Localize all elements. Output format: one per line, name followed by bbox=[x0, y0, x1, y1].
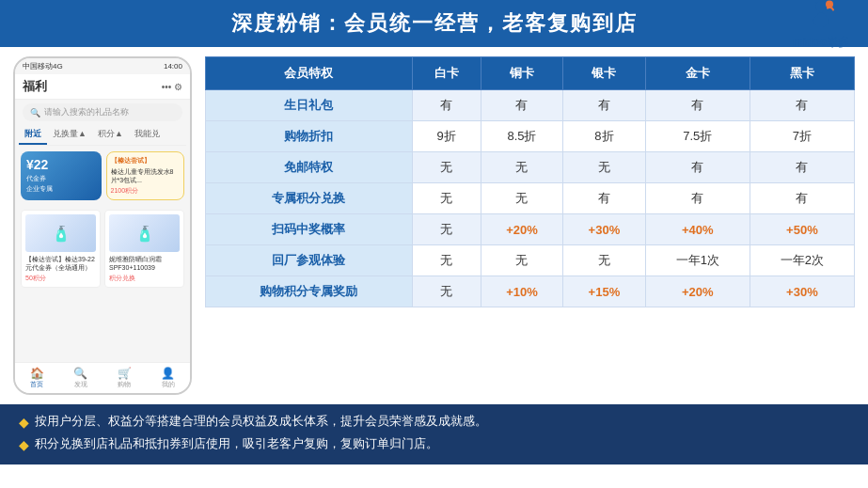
cell-feature: 生日礼包 bbox=[206, 90, 413, 121]
card2-badge: 【榛达尝试】 bbox=[111, 156, 181, 165]
table-row: 回厂参观体验无无无一年1次一年2次 bbox=[206, 245, 855, 276]
cell-feature: 免邮特权 bbox=[206, 152, 413, 183]
bullet-icon-1: ◆ bbox=[19, 412, 29, 434]
carrier-signal: 中国移动4G bbox=[23, 61, 63, 71]
table-row: 生日礼包有有有有有 bbox=[206, 90, 855, 121]
title-bar: 深度粉销：会员统一经营，老客复购到店 midoo米多 bbox=[0, 0, 868, 47]
cell-yin: +15% bbox=[563, 276, 645, 307]
nav-label-discover: 发现 bbox=[74, 380, 87, 389]
search-icon: 🔍 bbox=[30, 108, 40, 118]
page-title: 深度粉销：会员统一经营，老客复购到店 bbox=[231, 11, 638, 35]
search-placeholder: 请输入搜索的礼品名称 bbox=[44, 106, 129, 118]
phone-coupon-card: ¥22 代金券 企业专属 bbox=[21, 151, 102, 200]
cell-jin: +20% bbox=[645, 276, 750, 307]
table-header-row: 会员特权 白卡 铜卡 银卡 金卡 黑卡 bbox=[206, 57, 855, 90]
col-header-tong: 铜卡 bbox=[481, 57, 562, 90]
cell-feature: 购物折扣 bbox=[206, 121, 413, 152]
cell-yin: 无 bbox=[563, 245, 645, 276]
cell-tong: 无 bbox=[481, 152, 562, 183]
cell-hei: 一年2次 bbox=[750, 245, 854, 276]
phone-products-grid: 🧴 【榛达尝试】榛达39-22元代金券（全场通用） 50积分 🧴 妮维雅防晒白润… bbox=[15, 206, 190, 291]
cell-jin: 有 bbox=[645, 152, 750, 183]
col-header-bai: 白卡 bbox=[412, 57, 481, 90]
col-header-hei: 黑卡 bbox=[750, 57, 854, 90]
cell-hei: 有 bbox=[750, 183, 854, 214]
cell-bai: 无 bbox=[412, 245, 481, 276]
svg-point-0 bbox=[815, 1, 827, 12]
cell-tong: 无 bbox=[481, 245, 562, 276]
cell-feature: 回厂参观体验 bbox=[206, 245, 413, 276]
cell-yin: +30% bbox=[563, 214, 645, 245]
cell-tong: +20% bbox=[481, 214, 562, 245]
phone-tab-exchange[interactable]: 兑换量▲ bbox=[47, 125, 92, 145]
phone-nav-shop[interactable]: 🛒 购物 bbox=[118, 367, 132, 389]
phone-header: 福利 ••• ⚙ bbox=[15, 74, 190, 100]
home-icon: 🏠 bbox=[30, 367, 44, 380]
cell-tong: 无 bbox=[481, 183, 562, 214]
phone-tab-available[interactable]: 我能兑 bbox=[129, 125, 166, 145]
cell-bai: 无 bbox=[412, 183, 481, 214]
cell-bai: 有 bbox=[412, 90, 481, 121]
cell-hei: +30% bbox=[750, 276, 854, 307]
nav-label-mine: 我的 bbox=[162, 380, 175, 389]
footer-item-1: ◆ 按用户分层、权益分等搭建合理的会员权益及成长体系，提升会员荣誉感及成就感。 bbox=[19, 412, 849, 434]
cell-yin: 无 bbox=[563, 152, 645, 183]
phone-tab-points[interactable]: 积分▲ bbox=[92, 125, 129, 145]
main-content: 中国移动4G 14:00 福利 ••• ⚙ 🔍 请输入搜索的礼品名称 附近 兑换… bbox=[0, 47, 868, 404]
phone-tabs: 附近 兑换量▲ 积分▲ 我能兑 bbox=[19, 125, 186, 146]
cell-feature: 扫码中奖概率 bbox=[206, 214, 413, 245]
logo-text: midoo米多 bbox=[793, 35, 849, 51]
cell-jin: 有 bbox=[645, 90, 750, 121]
card2-title: 榛达儿童专用洗发水8片*3包试... bbox=[111, 167, 181, 184]
phone-nav-mine[interactable]: 👤 我的 bbox=[161, 367, 175, 389]
phone-search-bar[interactable]: 🔍 请输入搜索的礼品名称 bbox=[23, 103, 182, 121]
coupon-amount: ¥22 bbox=[26, 157, 96, 172]
cell-hei: 有 bbox=[750, 152, 854, 183]
phone-status-bar: 中国移动4G 14:00 bbox=[15, 58, 190, 74]
table-row: 专属积分兑换无无有有有 bbox=[206, 183, 855, 214]
cell-bai: 无 bbox=[412, 214, 481, 245]
cell-bai: 9折 bbox=[412, 121, 481, 152]
shop-icon: 🛒 bbox=[118, 367, 132, 380]
nav-label-home: 首页 bbox=[30, 380, 43, 389]
table-row: 扫码中奖概率无+20%+30%+40%+50% bbox=[206, 214, 855, 245]
cell-jin: 7.5折 bbox=[645, 121, 750, 152]
product-item-1[interactable]: 🧴 【榛达尝试】榛达39-22元代金券（全场通用） 50积分 bbox=[21, 210, 101, 288]
card2-points: 2100积分 bbox=[111, 186, 181, 196]
coupon-subtitle: 代金券 bbox=[26, 174, 96, 183]
phone-nav-home[interactable]: 🏠 首页 bbox=[30, 367, 44, 389]
phone-header-title: 福利 bbox=[23, 78, 47, 95]
footer-text-2: 积分兑换到店礼品和抵扣券到店使用，吸引老客户复购，复购订单归门店。 bbox=[35, 434, 438, 454]
product-points-1: 50积分 bbox=[25, 274, 96, 283]
membership-table-area: 会员特权 白卡 铜卡 银卡 金卡 黑卡 生日礼包有有有有有购物折扣9折8.5折8… bbox=[205, 56, 855, 404]
footer-item-2: ◆ 积分兑换到店礼品和抵扣券到店使用，吸引老客户复购，复购订单归门店。 bbox=[19, 434, 849, 457]
product-title-2: 妮维雅防晒白润霜 SPF30+110039 bbox=[109, 255, 180, 272]
logo-area: midoo米多 bbox=[793, 0, 849, 51]
mine-icon: 👤 bbox=[161, 367, 175, 380]
discover-icon: 🔍 bbox=[73, 367, 87, 380]
cell-jin: +40% bbox=[645, 214, 750, 245]
cell-bai: 无 bbox=[412, 276, 481, 307]
phone-product-card: 【榛达尝试】 榛达儿童专用洗发水8片*3包试... 2100积分 bbox=[106, 151, 185, 200]
cell-feature: 购物积分专属奖励 bbox=[206, 276, 413, 307]
product-item-2[interactable]: 🧴 妮维雅防晒白润霜 SPF30+110039 积分兑换 bbox=[104, 210, 184, 288]
cell-feature: 专属积分兑换 bbox=[206, 183, 413, 214]
col-header-feature: 会员特权 bbox=[206, 57, 413, 90]
coupon-detail: 企业专属 bbox=[26, 184, 96, 194]
footer-text-1: 按用户分层、权益分等搭建合理的会员权益及成长体系，提升会员荣誉感及成就感。 bbox=[35, 412, 487, 432]
footer: ◆ 按用户分层、权益分等搭建合理的会员权益及成长体系，提升会员荣誉感及成就感。 … bbox=[0, 404, 868, 464]
product-points-2: 积分兑换 bbox=[109, 274, 180, 283]
phone-bottom-nav: 🏠 首页 🔍 发现 🛒 购物 👤 我的 bbox=[15, 362, 190, 393]
cell-hei: 7折 bbox=[750, 121, 854, 152]
phone-header-icons: ••• ⚙ bbox=[162, 82, 182, 92]
cell-hei: +50% bbox=[750, 214, 854, 245]
phone-tab-nearby[interactable]: 附近 bbox=[19, 125, 47, 145]
cell-bai: 无 bbox=[412, 152, 481, 183]
cell-tong: 有 bbox=[481, 90, 562, 121]
product-img-1: 🧴 bbox=[25, 214, 96, 252]
table-row: 购物折扣9折8.5折8折7.5折7折 bbox=[206, 121, 855, 152]
nav-label-shop: 购物 bbox=[118, 380, 131, 389]
col-header-jin: 金卡 bbox=[645, 57, 750, 90]
phone-nav-discover[interactable]: 🔍 发现 bbox=[73, 367, 87, 389]
product-img-2: 🧴 bbox=[109, 214, 180, 252]
